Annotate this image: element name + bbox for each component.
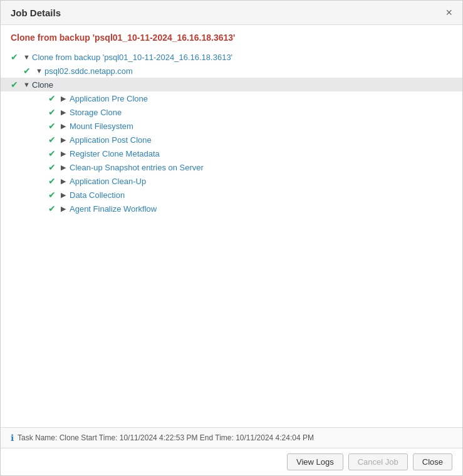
- expand-icon-3[interactable]: ▶: [61, 136, 70, 144]
- dialog-body: Clone from backup 'psql01_10-11-2024_16.…: [1, 25, 462, 427]
- item-label-4: Register Clone Metadata: [70, 149, 160, 158]
- info-icon: ℹ: [11, 433, 14, 443]
- check-icon-1: ✔: [48, 107, 61, 117]
- expand-icon-1[interactable]: ▶: [61, 108, 70, 116]
- clone-parent-label: Clone: [32, 80, 53, 90]
- footer-info: ℹ Task Name: Clone Start Time: 10/11/202…: [1, 427, 462, 448]
- check-icon-5: ✔: [48, 162, 61, 172]
- expand-icon-5[interactable]: ▶: [61, 163, 70, 172]
- dialog-header: Job Details ×: [1, 1, 462, 25]
- job-title: Clone from backup 'psql01_10-11-2024_16.…: [11, 33, 452, 43]
- cancel-job-button[interactable]: Cancel Job: [348, 453, 408, 470]
- host-label: psql02.sddc.netapp.com: [44, 66, 133, 76]
- expand-icon-root[interactable]: ▼: [23, 53, 32, 61]
- check-icon-root: ✔: [11, 52, 23, 62]
- tree-root-item: ✔ ▼ Clone from backup 'psql01_10-11-2024…: [11, 50, 452, 64]
- expand-icon-2[interactable]: ▶: [61, 122, 70, 130]
- list-item: ✔ ▶ Agent Finalize Workflow: [48, 202, 452, 215]
- item-label-1: Storage Clone: [70, 108, 122, 117]
- dialog-close-button[interactable]: ×: [445, 7, 452, 18]
- check-icon-6: ✔: [48, 176, 61, 186]
- item-label-6: Application Clean-Up: [70, 177, 146, 186]
- item-label-5: Clean-up Snapshot entries on Server: [70, 163, 204, 172]
- tree-clone-parent: ✔ ▼ Clone: [1, 78, 462, 91]
- list-item: ✔ ▶ Application Post Clone: [48, 133, 452, 147]
- item-label-2: Mount Filesystem: [70, 122, 133, 131]
- list-item: ✔ ▶ Data Collection: [48, 188, 452, 202]
- list-item: ✔ ▶ Clean-up Snapshot entries on Server: [48, 160, 452, 174]
- expand-icon-8[interactable]: ▶: [61, 205, 70, 213]
- job-tree: ✔ ▼ Clone from backup 'psql01_10-11-2024…: [11, 50, 452, 215]
- item-label-0: Application Pre Clone: [70, 94, 148, 103]
- close-button[interactable]: Close: [413, 453, 452, 470]
- footer-buttons: View Logs Cancel Job Close: [1, 448, 462, 475]
- list-item: ✔ ▶ Storage Clone: [48, 105, 452, 119]
- expand-icon-clone[interactable]: ▼: [23, 81, 32, 88]
- task-info-text: Task Name: Clone Start Time: 10/11/2024 …: [18, 433, 314, 442]
- expand-icon-0[interactable]: ▶: [61, 95, 70, 103]
- list-item: ✔ ▶ Application Pre Clone: [48, 91, 452, 105]
- item-label-3: Application Post Clone: [70, 135, 152, 145]
- check-icon-2: ✔: [48, 121, 61, 131]
- check-icon-4: ✔: [48, 148, 61, 158]
- check-icon-clone: ✔: [11, 80, 23, 90]
- check-icon-8: ✔: [48, 204, 61, 214]
- expand-icon-host[interactable]: ▼: [36, 67, 44, 75]
- check-icon-host: ✔: [23, 66, 36, 76]
- list-item: ✔ ▶ Register Clone Metadata: [48, 147, 452, 160]
- check-icon-3: ✔: [48, 135, 61, 145]
- job-details-dialog: Job Details × Clone from backup 'psql01_…: [0, 0, 463, 476]
- view-logs-button[interactable]: View Logs: [287, 453, 343, 470]
- root-label: Clone from backup 'psql01_10-11-2024_16.…: [32, 53, 232, 62]
- dialog-title: Job Details: [11, 8, 61, 18]
- item-label-7: Data Collection: [70, 190, 125, 200]
- tree-host-item: ✔ ▼ psql02.sddc.netapp.com: [23, 64, 452, 78]
- expand-icon-4[interactable]: ▶: [61, 150, 70, 158]
- list-item: ✔ ▶ Application Clean-Up: [48, 174, 452, 188]
- expand-icon-6[interactable]: ▶: [61, 177, 70, 185]
- item-label-8: Agent Finalize Workflow: [70, 204, 157, 214]
- list-item: ✔ ▶ Mount Filesystem: [48, 119, 452, 133]
- check-icon-7: ✔: [48, 190, 61, 200]
- expand-icon-7[interactable]: ▶: [61, 191, 70, 199]
- check-icon-0: ✔: [48, 93, 61, 103]
